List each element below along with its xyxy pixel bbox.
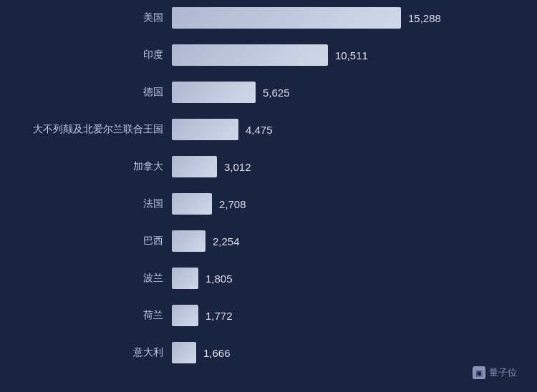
bar-row: 意大利1,666 bbox=[29, 338, 508, 368]
bar-track: 15,288 bbox=[172, 7, 441, 29]
bar-row: 波兰1,805 bbox=[29, 263, 508, 293]
bar-row: 美国15,288 bbox=[29, 3, 508, 33]
bar-track: 5,625 bbox=[172, 82, 290, 103]
bar-track: 3,012 bbox=[172, 156, 251, 177]
bar-track: 10,511 bbox=[172, 44, 368, 66]
bar-label: 大不列颠及北爱尔兰联合王国 bbox=[29, 123, 172, 136]
bar-label: 法国 bbox=[29, 197, 172, 210]
bar-row: 加拿大3,012 bbox=[29, 152, 508, 182]
bar-row: 法国2,708 bbox=[29, 189, 508, 219]
bar-row: 巴西2,254 bbox=[29, 226, 508, 256]
bar-value: 10,511 bbox=[335, 49, 368, 62]
bar-fill bbox=[172, 156, 217, 177]
bar-value: 15,288 bbox=[408, 12, 441, 24]
bar-label: 波兰 bbox=[29, 272, 172, 285]
chart-container: 美国15,288印度10,511德国5,625大不列颠及北爱尔兰联合王国4,47… bbox=[0, 0, 537, 392]
bar-value: 4,475 bbox=[246, 124, 273, 136]
bar-label: 德国 bbox=[29, 86, 172, 99]
bar-row: 荷兰1,772 bbox=[29, 300, 508, 330]
watermark-text: 量子位 bbox=[489, 366, 517, 379]
bar-fill bbox=[172, 82, 256, 103]
bar-label: 巴西 bbox=[29, 235, 172, 248]
bar-fill bbox=[172, 193, 212, 215]
bar-fill bbox=[172, 268, 198, 289]
bar-value: 1,666 bbox=[203, 347, 231, 359]
bar-label: 荷兰 bbox=[29, 309, 172, 322]
bar-track: 2,708 bbox=[172, 193, 246, 215]
bar-label: 意大利 bbox=[29, 346, 172, 359]
bar-label: 美国 bbox=[29, 11, 172, 24]
bar-value: 1,805 bbox=[205, 273, 233, 285]
bar-row: 印度10,511 bbox=[29, 40, 508, 70]
watermark: ▣ 量子位 bbox=[473, 366, 517, 379]
bar-value: 2,708 bbox=[219, 198, 246, 210]
bar-track: 1,772 bbox=[172, 305, 233, 326]
bar-fill bbox=[172, 7, 401, 29]
bar-fill bbox=[172, 305, 198, 326]
bar-label: 印度 bbox=[29, 49, 172, 62]
bar-row: 德国5,625 bbox=[29, 77, 508, 107]
bar-row: 大不列颠及北爱尔兰联合王国4,475 bbox=[29, 114, 508, 144]
bar-value: 5,625 bbox=[263, 87, 290, 99]
bar-track: 4,475 bbox=[172, 119, 273, 140]
bar-track: 1,805 bbox=[172, 268, 233, 289]
watermark-icon: ▣ bbox=[473, 366, 485, 379]
bar-fill bbox=[172, 44, 328, 66]
bar-fill bbox=[172, 342, 196, 363]
bar-fill bbox=[172, 230, 205, 252]
bar-track: 1,666 bbox=[172, 342, 231, 363]
bar-fill bbox=[172, 119, 238, 140]
bar-value: 3,012 bbox=[224, 161, 251, 173]
bar-value: 2,254 bbox=[213, 235, 240, 248]
bar-label: 加拿大 bbox=[29, 160, 172, 173]
bar-track: 2,254 bbox=[172, 230, 240, 252]
bar-value: 1,772 bbox=[205, 310, 233, 322]
